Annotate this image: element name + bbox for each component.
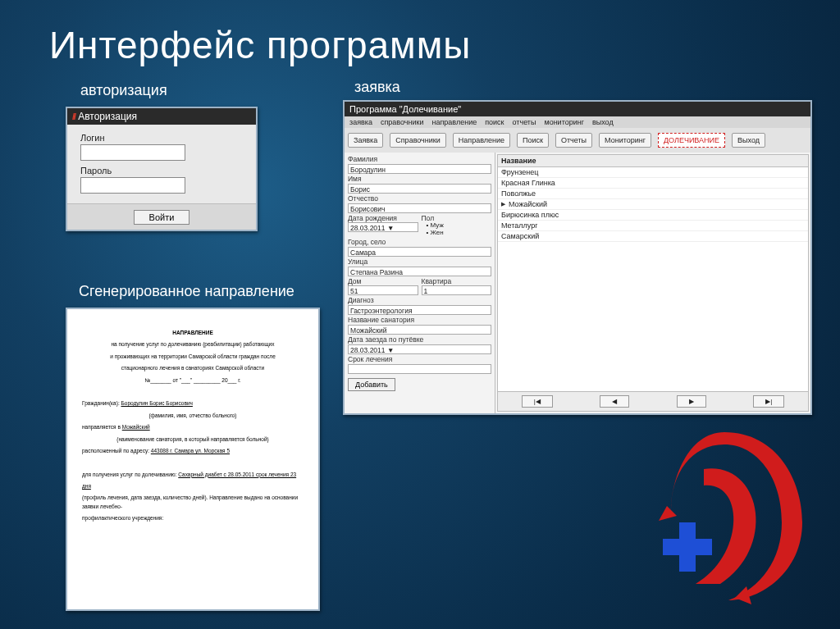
tb-exit[interactable]: Выход <box>732 133 765 148</box>
nav-first[interactable]: |◀ <box>522 395 553 408</box>
auth-window: /// Авторизация Логин Пароль Войти <box>66 107 258 231</box>
dob-input[interactable]: 28.03.2011 ▼ <box>348 222 418 232</box>
gender-f[interactable]: Жен <box>427 230 492 237</box>
slide-title: Интерфейс программы <box>49 23 471 67</box>
tb-reports[interactable]: Отчеты <box>555 133 592 148</box>
doc-foot2: профилактического учреждения: <box>82 514 304 522</box>
diag-label: Диагноз <box>348 296 491 304</box>
city-input[interactable]: Самара <box>348 247 491 257</box>
menu-reports[interactable]: отчеты <box>513 118 536 126</box>
tb-refs[interactable]: Справочники <box>390 133 446 148</box>
name-input[interactable]: Борис <box>348 184 491 194</box>
surname-input[interactable]: Бородулин <box>348 164 491 174</box>
diag-input[interactable]: Гастроэнтерология <box>348 305 491 315</box>
auth-icon: /// <box>72 112 75 121</box>
dob-label: Дата рождения <box>348 214 418 222</box>
patronymic-label: Отчество <box>348 194 491 203</box>
app-window: Программа "Долечивание" заявка справочни… <box>343 100 812 415</box>
list-item[interactable]: Поволжье <box>498 189 808 199</box>
list-item[interactable]: Можайский <box>498 199 808 210</box>
doc-citizen: Гражданин(ка): Бородулин Борис Борисович <box>82 399 304 408</box>
doc-addr: расположенный по адресу: 443088 г. Самар… <box>82 447 304 455</box>
list-item[interactable]: Бирюсинка плюс <box>498 210 808 221</box>
app-menubar: заявка справочники направление поиск отч… <box>345 116 810 128</box>
logo <box>638 424 810 604</box>
surname-label: Фамилия <box>348 155 491 163</box>
doc-serv: для получения услуг по долечиванию: Саха… <box>82 471 304 479</box>
caption-auth: авторизация <box>80 82 167 99</box>
caption-doc: Сгенерированное направление <box>79 283 294 300</box>
nav-bar: |◀ ◀ ▶ ▶| <box>498 391 808 411</box>
app-titlebar: Программа "Долечивание" <box>345 102 810 116</box>
auth-title: Авторизация <box>78 111 137 122</box>
menu-exit[interactable]: выход <box>592 118 614 126</box>
san-label: Название санатория <box>348 316 491 324</box>
doc-window: НАПРАВЛЕНИЕ на получение услуг по долечи… <box>66 308 320 611</box>
doc-days: дня <box>82 482 304 490</box>
doc-sub2: и проживающих на территории Самарской об… <box>82 353 304 361</box>
auth-titlebar: /// Авторизация <box>67 108 256 125</box>
nav-prev[interactable]: ◀ <box>600 395 629 408</box>
doc-sub1: на получение услуг по долечиванию (реаби… <box>82 340 304 349</box>
caption-request: заявка <box>354 79 400 96</box>
doc-foot: (профиль лечения, дата заезда, количеств… <box>82 494 304 511</box>
house-input[interactable]: 51 <box>348 285 418 295</box>
password-input[interactable] <box>80 177 185 194</box>
name-label: Имя <box>348 175 491 183</box>
password-label: Пароль <box>80 166 243 175</box>
menu-direction[interactable]: направление <box>431 118 477 126</box>
street-input[interactable]: Степана Разина <box>348 267 491 276</box>
menu-refs[interactable]: справочники <box>381 118 424 126</box>
form-pane: Фамилия Бородулин Имя Борис Отчество Бор… <box>345 153 495 413</box>
city-label: Город, село <box>348 238 491 246</box>
doc-title: НАПРАВЛЕНИЕ <box>82 329 304 337</box>
tb-highlight: ДОЛЕЧИВАНИЕ <box>658 133 725 148</box>
app-toolbar: Заявка Справочники Направление Поиск Отч… <box>345 128 810 153</box>
tb-monitoring[interactable]: Мониторинг <box>599 133 651 148</box>
menu-monitoring[interactable]: мониторинг <box>544 118 584 126</box>
list-item[interactable]: Красная Глинка <box>498 178 808 189</box>
doc-sub3: стационарного лечения в санаториях Самар… <box>82 364 304 372</box>
login-label: Логин <box>80 133 243 143</box>
arrive-input[interactable]: 28.03.2011 ▼ <box>348 344 491 354</box>
doc-sent: направляется в Можайский <box>82 423 304 431</box>
menu-search[interactable]: поиск <box>485 118 504 126</box>
menu-request[interactable]: заявка <box>349 118 372 126</box>
term-input[interactable] <box>348 364 491 374</box>
nav-next[interactable]: ▶ <box>677 395 706 408</box>
login-button[interactable]: Войти <box>134 210 190 225</box>
doc-san-note: (наименование санатория, в который напра… <box>82 435 304 444</box>
term-label: Срок лечения <box>348 355 491 363</box>
list-item[interactable]: Фрунзенец <box>498 167 808 178</box>
list-header: Название <box>498 155 808 167</box>
tb-request[interactable]: Заявка <box>348 133 383 148</box>
flat-label: Квартира <box>422 277 492 285</box>
house-label: Дом <box>348 277 418 285</box>
doc-citizen-note: (фамилия, имя, отчество больного) <box>82 412 304 420</box>
list-rows[interactable]: ФрунзенецКрасная ГлинкаПоволжьеМожайский… <box>498 167 808 391</box>
doc-numline: №_______ от "___" _________ 20___ г. <box>82 376 304 385</box>
svg-rect-1 <box>679 522 696 572</box>
nav-last[interactable]: ▶| <box>753 395 784 408</box>
tb-direction[interactable]: Направление <box>453 133 510 148</box>
san-input[interactable]: Можайский <box>348 325 491 335</box>
list-pane: Название ФрунзенецКрасная ГлинкаПоволжье… <box>497 154 809 412</box>
arrive-label: Дата заезда по путёвке <box>348 335 491 344</box>
street-label: Улица <box>348 258 491 266</box>
list-item[interactable]: Самарский <box>498 231 808 242</box>
login-input[interactable] <box>80 144 185 161</box>
add-button[interactable]: Добавить <box>348 378 395 391</box>
tb-search[interactable]: Поиск <box>517 133 549 148</box>
list-item[interactable]: Металлург <box>498 221 808 231</box>
patronymic-input[interactable]: Борисович <box>348 203 491 213</box>
flat-input[interactable]: 1 <box>422 285 492 295</box>
